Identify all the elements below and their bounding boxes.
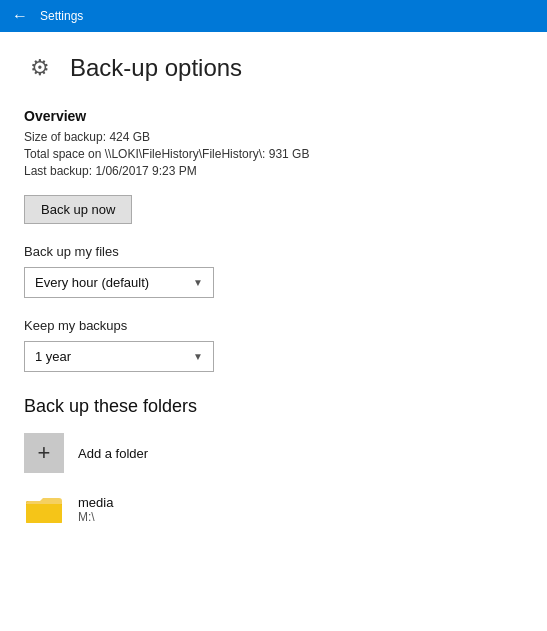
keep-backups-label: Keep my backups: [24, 318, 523, 333]
titlebar: ← Settings: [0, 0, 547, 32]
plus-icon: +: [38, 440, 51, 466]
backup-frequency-label: Back up my files: [24, 244, 523, 259]
backup-frequency-value: Every hour (default): [35, 275, 149, 290]
keep-backups-value: 1 year: [35, 349, 71, 364]
folder-icon: [24, 489, 64, 529]
add-folder-label: Add a folder: [78, 446, 148, 461]
page-title: Back-up options: [70, 54, 242, 82]
overview-section: Overview Size of backup: 424 GB Total sp…: [24, 108, 523, 224]
page-header: ⚙ Back-up options: [24, 52, 523, 84]
folder-name: media: [78, 495, 113, 510]
add-folder-row[interactable]: + Add a folder: [24, 433, 523, 473]
add-folder-icon-box: +: [24, 433, 64, 473]
svg-rect-2: [26, 504, 62, 523]
folders-section-title: Back up these folders: [24, 396, 523, 417]
main-content: ⚙ Back-up options Overview Size of backu…: [0, 32, 547, 631]
back-button[interactable]: ←: [10, 6, 30, 26]
chevron-down-icon: ▼: [193, 277, 203, 288]
last-backup: Last backup: 1/06/2017 9:23 PM: [24, 164, 523, 178]
folder-info: media M:\: [78, 495, 113, 524]
overview-title: Overview: [24, 108, 523, 124]
titlebar-title: Settings: [40, 9, 83, 23]
gear-icon: ⚙: [24, 52, 56, 84]
backup-frequency-section: Back up my files Every hour (default) ▼: [24, 244, 523, 298]
backup-frequency-dropdown[interactable]: Every hour (default) ▼: [24, 267, 214, 298]
keep-backups-dropdown[interactable]: 1 year ▼: [24, 341, 214, 372]
backup-now-button[interactable]: Back up now: [24, 195, 132, 224]
chevron-down-icon-2: ▼: [193, 351, 203, 362]
keep-backups-section: Keep my backups 1 year ▼: [24, 318, 523, 372]
size-of-backup: Size of backup: 424 GB: [24, 130, 523, 144]
folders-section: Back up these folders + Add a folder med…: [24, 396, 523, 529]
total-space: Total space on \\LOKI\FileHistory\FileHi…: [24, 147, 523, 161]
list-item: media M:\: [24, 489, 523, 529]
folder-path: M:\: [78, 510, 113, 524]
